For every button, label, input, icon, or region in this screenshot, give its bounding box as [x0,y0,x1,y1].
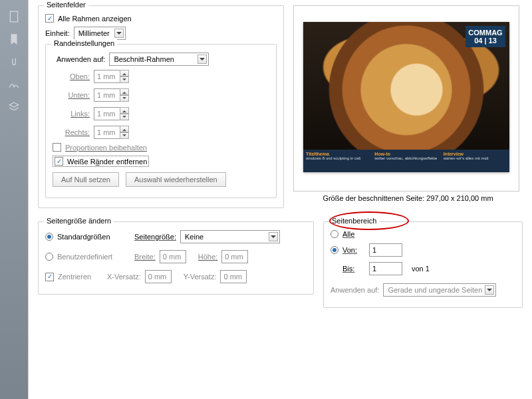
auswahl-wiederherstellen-button[interactable]: Auswahl wiederherstellen [126,172,226,187]
seitengroesse-label: Seitengröße: [134,233,176,241]
proportionen-checkbox[interactable] [53,143,61,152]
seitenbereich-group: Seitenbereich Alle Von: 1 Bis: 1 von 1 A… [323,221,523,308]
einheit-select[interactable]: Millimeter [74,27,126,40]
bis-label: Bis: [342,265,365,273]
rechts-label: Rechts: [57,128,94,136]
spin-down-icon[interactable] [120,95,129,102]
svg-rect-0 [10,11,17,22]
proportionen-label: Proportionen beibehalten [65,144,147,152]
preview-footer: Titelthemawindows 8 und sculpting in cs6… [303,150,509,172]
auf-null-button[interactable]: Auf Null setzen [53,172,119,187]
benutzerdef-label: Benutzerdefiniert [57,253,130,261]
spin-down-icon[interactable] [120,114,129,120]
layers-icon [8,101,20,113]
page-preview: COMMAG04 | 13 Titelthemawindows 8 und sc… [293,5,519,192]
randeinstellungen-group: Randeinstellungen Anwenden auf: Beschnit… [45,44,277,198]
standardgroessen-radio[interactable] [45,233,53,241]
von-input[interactable]: 1 [369,243,402,257]
dropdown-arrow-icon [269,232,278,241]
commag-badge: COMMAG04 | 13 [466,26,505,47]
crop-dialog: Seitenfelder Alle Rahmen anzeigen Einhei… [28,0,532,399]
spin-down-icon[interactable] [120,76,129,83]
weisse-raender-checkbox[interactable] [55,157,63,166]
sb-legend: Seitenbereich [329,217,379,225]
seitenfelder-group: Seitenfelder Alle Rahmen anzeigen Einhei… [38,5,284,208]
von-label: Von: [342,246,365,254]
bis-input[interactable]: 1 [369,262,402,275]
xversatz-input[interactable]: 0 mm [145,270,172,283]
sb-anwenden-value: Gerade und ungerade Seiten [388,286,482,294]
links-label: Links: [57,110,94,118]
anwenden-value: Beschnitt-Rahmen [114,55,174,63]
page-icon [8,11,20,23]
zentrieren-label: Zentrieren [58,273,103,281]
sb-anwenden-select[interactable]: Gerade und ungerade Seiten [383,283,496,297]
attachment-icon [8,56,20,68]
benutzerdef-radio[interactable] [45,253,53,261]
bookmark-icon [8,33,20,45]
dropdown-arrow-icon [198,55,207,64]
spin-up-icon[interactable] [120,70,129,76]
signature-icon [8,78,20,90]
rand-legend: Randeinstellungen [51,39,117,47]
dropdown-arrow-icon [485,285,494,295]
einheit-label: Einheit: [45,29,70,37]
anwenden-select[interactable]: Beschnitt-Rahmen [109,53,209,66]
preview-caption: Größe der beschnittenen Seite: 297,00 x … [293,194,523,202]
breite-label: Breite: [134,253,156,261]
oben-label: Oben: [57,72,94,80]
zentrieren-checkbox[interactable] [45,273,54,281]
weisse-raender-label: Weiße Ränder entfernen [67,158,147,166]
sg-legend: Seitengröße ändern [44,217,114,225]
seitengroesse-select[interactable]: Keine [180,230,280,243]
standardgroessen-label: Standardgrößen [57,233,130,241]
breite-input[interactable]: 0 mm [160,250,186,263]
spin-up-icon[interactable] [120,107,129,114]
hoehe-label: Höhe: [198,253,217,261]
von-n-label: von 1 [412,265,430,273]
dropdown-arrow-icon [114,29,124,38]
unten-label: Unten: [57,91,94,99]
alle-radio[interactable] [331,230,338,238]
sb-anwenden-label: Anwenden auf: [331,286,379,294]
einheit-value: Millimeter [78,29,110,37]
unten-input[interactable]: 1 mm [94,88,120,102]
alle-rahmen-checkbox[interactable] [45,14,54,23]
seitengroesse-group: Seitengröße ändern Standardgrößen Seiten… [38,221,314,295]
sidebar-strip [0,0,28,399]
anwenden-label: Anwenden auf: [57,55,105,63]
yversatz-input[interactable]: 0 mm [220,270,247,283]
seitengroesse-value: Keine [185,233,203,241]
xversatz-label: X-Versatz: [107,273,141,281]
spin-up-icon[interactable] [120,126,129,132]
oben-input[interactable]: 1 mm [94,70,120,83]
rechts-input[interactable]: 1 mm [94,126,120,139]
hoehe-input[interactable]: 0 mm [221,250,248,263]
von-radio[interactable] [331,246,338,254]
seitenfelder-legend: Seitenfelder [44,1,88,9]
spin-up-icon[interactable] [120,88,129,95]
spin-down-icon[interactable] [120,132,129,139]
yversatz-label: Y-Versatz: [184,273,217,281]
alle-rahmen-label: Alle Rahmen anzeigen [58,15,132,23]
alle-label: Alle [342,230,354,238]
links-input[interactable]: 1 mm [94,107,120,120]
